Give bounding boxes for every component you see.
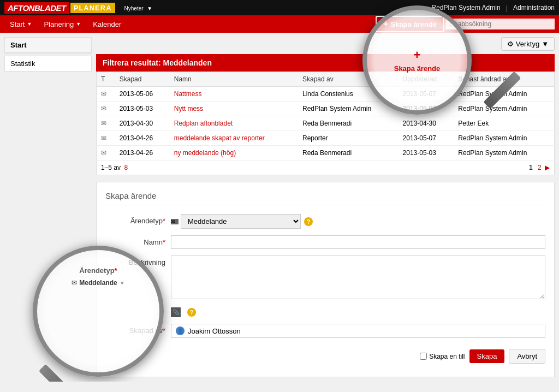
skapa-en-till-checkbox[interactable] xyxy=(420,353,427,360)
namn-label: Namn* xyxy=(105,235,171,246)
next-page-icon[interactable]: ▶ xyxy=(545,164,550,171)
row-link[interactable]: Nattmess xyxy=(174,90,202,98)
col-namn: Namn xyxy=(170,72,298,87)
cell-senast: RedPlan System Admin xyxy=(454,131,554,146)
col-skapad: Skapad xyxy=(115,72,170,87)
top-right-area: RedPlan System Admin | Administration xyxy=(432,4,555,12)
skapa-button[interactable]: Skapa xyxy=(469,349,505,363)
cell-uppdaterad: 2013-05-07 xyxy=(399,102,454,116)
table-header-row: T Skapad Namn Skapad av Uppdaterad Senas… xyxy=(97,72,555,87)
cell-skapad: 2013-04-26 xyxy=(115,146,170,161)
cell-namn[interactable]: Redplan aftonbladet xyxy=(170,116,298,131)
required-star: * xyxy=(163,217,165,225)
logo-planera: PLANERA xyxy=(70,3,115,13)
skapad-av-value: Joakim Ottosson xyxy=(188,327,241,335)
user-field[interactable]: 👤 Joakim Ottosson xyxy=(171,324,545,338)
cell-skapad: 2013-05-06 xyxy=(115,87,170,102)
plus-icon: + xyxy=(383,19,388,29)
planering-nav-btn[interactable]: Planering ▼ xyxy=(38,18,86,31)
secondbar: Start ▼ Planering ▼ Kalender + Skapa äre… xyxy=(0,15,559,33)
total-link[interactable]: 8 xyxy=(124,164,128,171)
administration-link[interactable]: Administration xyxy=(513,4,555,11)
cell-type: ✉ xyxy=(97,102,115,116)
filter-header: Filtrera resultat: Meddelanden xyxy=(96,54,555,72)
sidebar-item-statistik[interactable]: Statistik xyxy=(5,56,91,71)
pagination-row: 1–5 av 8 1 2 ▶ xyxy=(96,161,555,175)
cell-uppdaterad: 2013-05-07 xyxy=(399,131,454,146)
user-info: RedPlan System Admin xyxy=(432,4,501,11)
cell-namn[interactable]: Nattmess xyxy=(170,87,298,102)
page-2-link[interactable]: 2 xyxy=(538,164,542,171)
cell-skapad-av: Reporter xyxy=(298,131,399,146)
table-row: ✉ 2013-04-26 meddelande skapat av report… xyxy=(97,131,555,146)
pagination-pages: 1 2 ▶ xyxy=(527,164,550,171)
beskrivning-row: Beskrivning xyxy=(105,256,545,301)
arendetyp-field: ✉ Meddelande ? xyxy=(171,214,545,229)
beskrivning-textarea[interactable] xyxy=(171,256,545,299)
table-row: ✉ 2013-04-30 Redplan aftonbladet Reda Be… xyxy=(97,116,555,131)
attach-icon[interactable]: 📎 xyxy=(171,307,181,317)
cell-skapad: 2013-04-26 xyxy=(115,131,170,146)
verktyg-arrow-icon: ▼ xyxy=(542,40,549,48)
user-avatar-icon: 👤 xyxy=(176,326,185,335)
namn-input[interactable] xyxy=(171,235,545,249)
skapad-av-label: Skapad av* xyxy=(105,324,171,335)
kalender-nav-btn[interactable]: Kalender xyxy=(87,18,127,31)
beskrivning-label: Beskrivning xyxy=(105,256,171,266)
planering-arrow-icon: ▼ xyxy=(76,21,81,27)
sidebar-start-header: Start xyxy=(5,38,91,53)
cell-skapad-av: Reda Benmeradi xyxy=(298,146,399,161)
row-link[interactable]: ny meddelande (hög) xyxy=(174,149,236,157)
results-table: T Skapad Namn Skapad av Uppdaterad Senas… xyxy=(96,72,555,161)
cell-type: ✉ xyxy=(97,87,115,102)
avbryt-button[interactable]: Avbryt xyxy=(509,349,545,364)
pagination-range: 1–5 av 8 xyxy=(101,164,129,171)
cell-namn[interactable]: ny meddelande (hög) xyxy=(170,146,298,161)
namn-required-star: * xyxy=(163,238,165,246)
skapad-av-field: 👤 Joakim Ottosson xyxy=(171,324,545,338)
cell-senast: Petter Eek xyxy=(454,116,554,131)
arendetyp-select[interactable]: Meddelande xyxy=(181,214,301,229)
arendetyp-row: Ärendetyp* ✉ Meddelande ? xyxy=(105,214,545,229)
cell-senast: RedPlan System Admin xyxy=(454,146,554,161)
cell-skapad-av: Linda Constenius xyxy=(298,87,399,102)
sidebar-start-section: Start xyxy=(4,37,92,54)
cell-namn[interactable]: Nytt mess xyxy=(170,102,298,116)
table-row: ✉ 2013-04-26 ny meddelande (hög) Reda Be… xyxy=(97,146,555,161)
skapa-arende-btn[interactable]: + Skapa ärende xyxy=(376,16,444,32)
namn-field xyxy=(171,235,545,249)
cell-uppdaterad: 2013-05-07 xyxy=(399,87,454,102)
row-link[interactable]: meddelande skapat av reporter xyxy=(174,134,265,142)
content-area: ⚙ Verktyg ▼ Filtrera resultat: Meddeland… xyxy=(96,37,555,377)
form-help-icon[interactable]: ? xyxy=(187,308,196,317)
beskrivning-field xyxy=(171,256,545,301)
cell-skapad-av: Reda Benmeradi xyxy=(298,116,399,131)
col-type: T xyxy=(97,72,115,87)
tools-row: ⚙ Verktyg ▼ xyxy=(96,37,555,51)
cell-namn[interactable]: meddelande skapat av reporter xyxy=(170,131,298,146)
cell-skapad-av: RedPlan System Admin xyxy=(298,102,399,116)
skapad-required-star: * xyxy=(163,326,165,335)
page-1-link[interactable]: 1 xyxy=(529,164,533,171)
start-arrow-icon: ▼ xyxy=(27,21,32,27)
nyheter-nav[interactable]: Nyheter ▼ xyxy=(123,4,153,12)
search-input[interactable] xyxy=(445,19,555,29)
col-skapad-av: Skapad av xyxy=(298,72,399,87)
row-link[interactable]: Nytt mess xyxy=(174,105,203,112)
skapa-en-till-label: Skapa en till xyxy=(429,353,465,360)
topbar: AFTONBLADET PLANERA Nyheter ▼ RedPlan Sy… xyxy=(0,0,559,15)
verktyg-button[interactable]: ⚙ Verktyg ▼ xyxy=(501,37,555,51)
skapa-form: Skapa ärende Ärendetyp* ✉ Meddelande ? N… xyxy=(96,182,555,377)
cell-type: ✉ xyxy=(97,116,115,131)
logo-aftonbladet: AFTONBLADET xyxy=(4,2,69,14)
divider: | xyxy=(506,4,508,12)
bottom-buttons: Skapa en till Skapa Avbryt xyxy=(105,345,545,368)
namn-row: Namn* xyxy=(105,235,545,249)
skapa-en-till-wrap: Skapa en till xyxy=(420,353,465,360)
arendetyp-help-icon[interactable]: ? xyxy=(304,217,313,226)
row-link[interactable]: Redplan aftonbladet xyxy=(174,120,233,127)
cell-uppdaterad: 2013-04-30 xyxy=(399,116,454,131)
start-nav-btn[interactable]: Start ▼ xyxy=(4,18,37,31)
cell-senast: RedPlan System Admin xyxy=(454,102,554,116)
cell-type: ✉ xyxy=(97,131,115,146)
